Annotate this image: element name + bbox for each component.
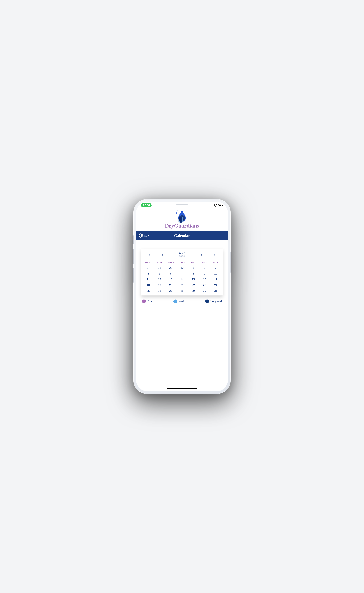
legend-dry: Dry	[142, 299, 152, 303]
calendar-day[interactable]: 7	[176, 272, 188, 275]
calendar-day[interactable]: 10	[210, 272, 221, 275]
month-year-label: MAY 2020	[169, 252, 195, 258]
calendar-day[interactable]: 1	[188, 266, 199, 270]
day-header: MON	[143, 261, 154, 264]
phone-frame: 12:08	[133, 199, 231, 394]
calendar-day[interactable]: 27	[165, 289, 176, 292]
svg-rect-2	[211, 205, 211, 206]
legend-label: Dry	[147, 300, 152, 303]
calendar-week: 27 28 29 30 1 2 3	[143, 266, 221, 270]
calendar-day[interactable]: 8	[188, 272, 199, 275]
dot-icon	[173, 299, 177, 303]
calendar-day[interactable]: 28	[176, 289, 188, 292]
prev-month-button[interactable]: ‹	[156, 253, 169, 256]
phone-notch	[163, 202, 201, 208]
phone-mockup: 12:08	[133, 199, 231, 394]
legend-label: Very wet	[210, 300, 222, 303]
calendar-day[interactable]: 19	[154, 283, 165, 287]
calendar-day[interactable]: 28	[154, 266, 165, 270]
calendar-card: « ‹ MAY 2020 › » MON TUE WED THU	[141, 249, 223, 296]
dot-icon	[205, 299, 209, 303]
chevron-left-icon	[138, 233, 141, 238]
legend-very-wet: Very wet	[205, 299, 222, 303]
back-button[interactable]: Back	[138, 233, 150, 238]
mascot-logo	[173, 209, 191, 223]
calendar-day[interactable]: 27	[143, 266, 154, 270]
brand-name: DryGuardians	[165, 222, 199, 229]
calendar-day[interactable]: 9	[199, 272, 210, 275]
calendar-day[interactable]: 13	[165, 278, 176, 281]
legend-label: Wet	[179, 300, 184, 303]
legend: Dry Wet Very wet	[141, 299, 223, 303]
next-month-button[interactable]: ›	[195, 253, 208, 256]
prev-year-button[interactable]: «	[143, 253, 156, 256]
day-header: TUE	[154, 261, 165, 264]
wifi-icon	[214, 204, 217, 207]
calendar-day[interactable]: 11	[143, 278, 154, 281]
logo-area: DryGuardians	[136, 209, 228, 231]
calendar-day[interactable]: 16	[199, 278, 210, 281]
svg-rect-5	[219, 205, 221, 206]
phone-side-button	[133, 268, 134, 283]
calendar-day[interactable]: 23	[199, 283, 210, 287]
phone-side-button	[230, 251, 231, 273]
dot-icon	[142, 299, 146, 303]
calendar-week: 4 5 6 7 8 9 10	[143, 272, 221, 275]
calendar-day[interactable]: 5	[154, 272, 165, 275]
calendar-day[interactable]: 15	[188, 278, 199, 281]
calendar-day[interactable]: 20	[165, 283, 176, 287]
calendar-day[interactable]: 2	[199, 266, 210, 270]
svg-rect-0	[209, 206, 209, 206]
page-title: Calendar	[174, 233, 190, 238]
calendar-day[interactable]: 24	[210, 283, 221, 287]
calendar-day[interactable]: 18	[143, 283, 154, 287]
day-header: WED	[165, 261, 176, 264]
phone-side-button	[133, 249, 134, 264]
calendar-day[interactable]: 30	[199, 289, 210, 292]
back-label: Back	[141, 233, 150, 238]
next-year-button[interactable]: »	[208, 253, 221, 256]
home-indicator[interactable]	[167, 388, 197, 389]
calendar-day[interactable]: 22	[188, 283, 199, 287]
phone-screen: 12:08	[136, 202, 228, 391]
day-header: THU	[176, 261, 188, 264]
calendar-day[interactable]: 25	[143, 289, 154, 292]
phone-side-button	[133, 235, 134, 244]
battery-icon	[218, 204, 223, 206]
content: « ‹ MAY 2020 › » MON TUE WED THU	[136, 240, 228, 303]
calendar-day[interactable]: 14	[176, 278, 188, 281]
calendar-day[interactable]: 29	[188, 289, 199, 292]
calendar-day[interactable]: 3	[210, 266, 221, 270]
calendar-day[interactable]: 26	[154, 289, 165, 292]
calendar-day[interactable]: 12	[154, 278, 165, 281]
cellular-icon	[209, 204, 212, 206]
calendar-header: « ‹ MAY 2020 › »	[143, 252, 221, 258]
calendar-day[interactable]: 4	[143, 272, 154, 275]
status-time: 12:08	[141, 203, 152, 207]
calendar-day[interactable]: 6	[165, 272, 176, 275]
svg-rect-1	[210, 205, 210, 206]
day-header: FRI	[188, 261, 199, 264]
svg-rect-3	[212, 204, 212, 206]
day-header: SUN	[210, 261, 221, 264]
calendar-week: 25 26 27 28 29 30 31	[143, 289, 221, 292]
day-header: SAT	[199, 261, 210, 264]
calendar-day[interactable]: 17	[210, 278, 221, 281]
svg-rect-6	[222, 205, 223, 206]
day-headers: MON TUE WED THU FRI SAT SUN	[143, 261, 221, 264]
legend-wet: Wet	[173, 299, 184, 303]
calendar-day[interactable]: 30	[176, 266, 188, 270]
calendar-day[interactable]: 31	[210, 289, 221, 292]
status-icons	[209, 204, 223, 207]
calendar-week: 18 19 20 21 22 23 24	[143, 283, 221, 287]
month-label: MAY	[169, 252, 195, 255]
calendar-day[interactable]: 29	[165, 266, 176, 270]
calendar-day[interactable]: 21	[176, 283, 188, 287]
calendar-week: 11 12 13 14 15 16 17	[143, 278, 221, 281]
nav-bar: Back Calendar	[136, 231, 228, 240]
phone-speaker	[176, 204, 188, 205]
year-label: 2020	[169, 255, 195, 258]
